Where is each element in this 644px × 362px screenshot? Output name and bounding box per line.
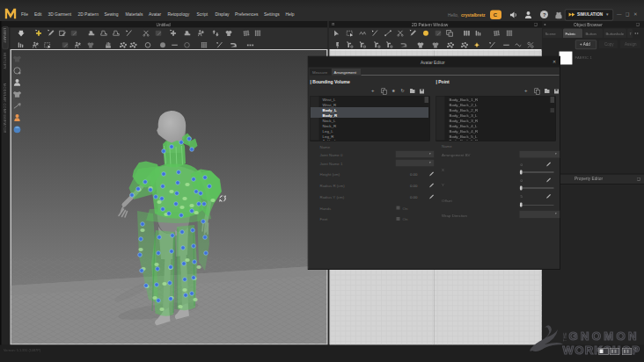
svg-text:THE: THE	[563, 332, 567, 341]
svg-text:GNOMON: GNOMON	[569, 329, 638, 343]
